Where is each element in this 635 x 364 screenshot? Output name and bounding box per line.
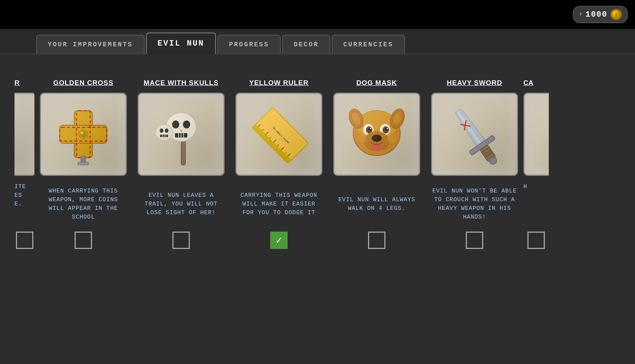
item-heavy-sword-image: [431, 93, 518, 176]
item-heavy-sword-desc: EVIL NUN WON'T BE ABLE TO CROUCH WITH SU…: [429, 182, 520, 226]
svg-point-24: [160, 128, 163, 133]
golden-cross-svg: [49, 100, 118, 169]
coin-icon: $: [610, 9, 622, 20]
item-yellow-ruler-title: YELLOW RULER: [249, 69, 309, 87]
svg-point-64: [372, 145, 381, 151]
item-mace-with-skulls-image: [138, 93, 225, 176]
item-dog-mask-checkbox[interactable]: [368, 232, 385, 249]
item-partial-left-image: [14, 93, 34, 176]
item-yellow-ruler-checkbox-area: [270, 232, 288, 249]
nav-tabs: YOUR IMPROVEMENTS EVIL NUN PROGRESS DECO…: [0, 29, 635, 54]
item-partial-left-desc: ITEESE.: [14, 182, 34, 226]
svg-point-17: [172, 120, 179, 128]
item-partial-left-title: R: [14, 69, 34, 87]
item-golden-cross-desc: WHEN CARRYING THIS WEAPON, MORE COINS WI…: [38, 182, 129, 226]
svg-point-60: [387, 128, 388, 129]
item-partial-right: CA H: [523, 69, 549, 350]
item-heavy-sword-title: HEAVY SWORD: [447, 69, 502, 87]
currency-display: + 1000 $: [573, 6, 628, 23]
top-bar: + 1000 $: [0, 0, 635, 29]
svg-rect-78: [534, 102, 549, 167]
item-golden-cross: GOLDEN CROSS: [34, 69, 132, 350]
item-dog-mask-image: [333, 93, 420, 176]
item-yellow-ruler-desc: CARRYING THIS WEAPON WILL MAKE IT EASIER…: [234, 182, 324, 226]
heavy-sword-svg: [440, 100, 509, 169]
item-yellow-ruler-checkbox[interactable]: [270, 232, 288, 249]
dog-mask-svg: [342, 100, 411, 169]
item-mace-with-skulls-checkbox[interactable]: [172, 232, 190, 249]
item-partial-right-checkbox-area: [523, 232, 549, 249]
item-partial-right-desc: H: [523, 182, 549, 226]
tab-currencies[interactable]: CURRENCIES: [332, 35, 405, 54]
tab-progress[interactable]: PROGRESS: [217, 35, 280, 54]
svg-point-10: [80, 131, 87, 138]
item-yellow-ruler-image: Do unto others As you would: [235, 93, 322, 176]
item-golden-cross-title: GOLDEN CROSS: [53, 69, 113, 87]
svg-point-25: [165, 128, 168, 133]
item-yellow-ruler: YELLOW RULER: [230, 69, 328, 350]
main-content: R ITEESE. GOLDEN CROSS: [0, 54, 635, 364]
tab-your-improvements[interactable]: YOUR IMPROVEMENTS: [36, 35, 145, 54]
item-golden-cross-checkbox[interactable]: [75, 232, 92, 249]
item-partial-left: R ITEESE.: [14, 69, 34, 350]
svg-point-63: [373, 136, 377, 139]
svg-point-59: [370, 128, 371, 129]
tab-decor[interactable]: DECOR: [282, 35, 330, 54]
item-mace-with-skulls-checkbox-area: [172, 232, 190, 249]
item-dog-mask-checkbox-area: [368, 232, 385, 249]
item-heavy-sword-checkbox[interactable]: [466, 232, 483, 249]
items-container: R ITEESE. GOLDEN CROSS: [0, 69, 635, 350]
item-heavy-sword-checkbox-area: [466, 232, 483, 249]
item-golden-cross-checkbox-area: [75, 232, 92, 249]
svg-point-11: [80, 131, 83, 134]
svg-point-18: [183, 120, 190, 128]
item-partial-right-image: [523, 93, 549, 176]
svg-point-62: [372, 135, 382, 142]
item-partial-right-checkbox[interactable]: [527, 232, 545, 249]
svg-point-65: [356, 135, 366, 143]
svg-point-23: [155, 124, 173, 140]
item-golden-cross-image: [40, 93, 127, 176]
item-dog-mask-title: DOG MASK: [356, 69, 397, 87]
tab-evil-nun[interactable]: EVIL NUN: [146, 33, 216, 54]
item-mace-with-skulls-desc: EVIL NUN LEAVES A TRAIL, YOU WILL NOT LO…: [136, 182, 226, 226]
item-partial-left-checkbox[interactable]: [16, 232, 33, 249]
item-dog-mask-desc: EVIL NUN WILL ALWAYS WALK ON 4 LEGS.: [331, 182, 422, 226]
item-partial-left-checkbox-area: [14, 232, 34, 249]
item-dog-mask: DOG MASK: [328, 69, 426, 350]
mace-skulls-svg: [147, 100, 216, 169]
item-mace-with-skulls-title: MACE WITH SKULLS: [143, 69, 218, 87]
yellow-ruler-svg: Do unto others As you would: [245, 100, 313, 169]
currency-amount: 1000: [585, 10, 607, 19]
svg-rect-13: [78, 162, 89, 165]
item-heavy-sword: HEAVY SWORD: [426, 69, 523, 350]
item-mace-with-skulls: MACE WITH SKULLS: [132, 69, 230, 350]
svg-text:$: $: [615, 12, 618, 18]
currency-plus: +: [578, 11, 582, 18]
item-partial-right-title: CA: [523, 69, 549, 87]
svg-point-66: [387, 135, 397, 143]
